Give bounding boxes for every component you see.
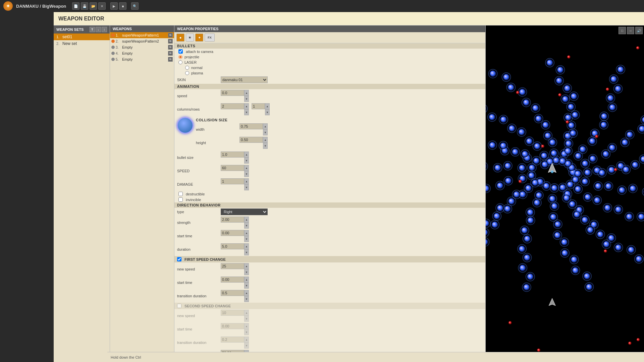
- wp-item-3[interactable]: 3. Empty ⧉: [110, 44, 174, 50]
- skin-select[interactable]: danmaku 01: [221, 76, 268, 83]
- collision-height-input[interactable]: [239, 137, 263, 143]
- fsc-newspeed-input[interactable]: [221, 263, 244, 269]
- tb-close[interactable]: ✕: [98, 2, 106, 10]
- dir-strength-input[interactable]: [221, 217, 244, 223]
- ssc-newspeed-up[interactable]: ▲: [244, 310, 249, 316]
- dir-starttime-input[interactable]: [221, 230, 244, 236]
- collision-width-input[interactable]: [239, 123, 263, 129]
- tab-fx-btn[interactable]: FX: [205, 34, 215, 42]
- anim-speed-down[interactable]: ▼: [244, 96, 249, 102]
- speed-up[interactable]: ▲: [244, 165, 249, 171]
- dir-starttime-up[interactable]: ▲: [244, 230, 249, 236]
- wp-icon-5[interactable]: ⧉: [168, 57, 173, 62]
- first-speed-checkbox[interactable]: [177, 257, 181, 261]
- destructible-checkbox[interactable]: [178, 192, 183, 196]
- plasma-radio[interactable]: [185, 71, 189, 75]
- dir-duration-up[interactable]: ▲: [244, 243, 249, 249]
- ssc-starttime-down[interactable]: ▼: [244, 329, 249, 335]
- anim-row-down[interactable]: ▼: [265, 109, 270, 115]
- tb-save[interactable]: 💾: [81, 2, 88, 10]
- wp-item-2[interactable]: 2. superWeaponPattern2 ⧉: [110, 38, 174, 44]
- ssc-starttime-input[interactable]: [221, 323, 244, 329]
- fsc-starttime-input[interactable]: [221, 277, 244, 283]
- dir-duration-input[interactable]: [221, 243, 244, 249]
- ssc-transdur-input[interactable]: [221, 337, 244, 343]
- dir-type-select[interactable]: Right Left Up Down: [221, 208, 268, 215]
- tab-sun-icon[interactable]: ☀: [186, 34, 194, 42]
- ws-item-2[interactable]: 2. New set: [54, 40, 110, 47]
- fsc-transdur-up[interactable]: ▲: [244, 290, 249, 296]
- anim-colrows-row: columns/rows ▲ ▼ ▲ ▼: [174, 103, 485, 116]
- attach-camera-checkbox[interactable]: [178, 49, 183, 54]
- projectile-radio[interactable]: [178, 55, 182, 59]
- ssc-newspeed-down[interactable]: ▼: [244, 316, 249, 322]
- second-speed-section-header: SECOND SPEED CHANGE: [174, 303, 485, 309]
- dir-duration-down[interactable]: ▼: [244, 249, 249, 255]
- tb-play[interactable]: ▶: [110, 2, 118, 10]
- wp-item-4[interactable]: 4. Empty ⧉: [110, 50, 174, 56]
- ssc-transdur-down[interactable]: ▼: [244, 343, 249, 349]
- second-speed-checkbox[interactable]: [177, 304, 181, 308]
- first-speed-section-header: FIRST SPEED CHANGE: [174, 256, 485, 262]
- wp-icon-1[interactable]: ⧉: [168, 33, 173, 38]
- collision-height-up[interactable]: ▲: [263, 137, 268, 143]
- fsc-starttime-down[interactable]: ▼: [244, 283, 249, 289]
- dir-strength-up[interactable]: ▲: [244, 217, 249, 223]
- properties-panel: WEAPON PROPERTIES ● ☀ ✦ FX BULLETS attac…: [174, 25, 486, 352]
- damage-up[interactable]: ▲: [244, 178, 249, 184]
- normal-radio[interactable]: [185, 66, 189, 70]
- tb-new[interactable]: 📄: [72, 2, 79, 10]
- prev-ctrl-2[interactable]: ↔: [627, 27, 634, 34]
- prev-ctrl-1[interactable]: □: [619, 27, 626, 34]
- invincible-label: invincible: [186, 198, 201, 202]
- fsc-newspeed-down[interactable]: ▼: [244, 269, 249, 275]
- ws-add-icon[interactable]: T: [90, 27, 95, 32]
- fsc-transdur-down[interactable]: ▼: [244, 296, 249, 302]
- damage-input[interactable]: [221, 178, 244, 184]
- anim-speed-input[interactable]: [221, 90, 244, 96]
- prev-ctrl-3[interactable]: 🔊: [635, 27, 643, 34]
- collision-height-down[interactable]: ▼: [263, 143, 268, 149]
- ssc-transdur-row: transition duration ▲ ▼: [174, 336, 485, 349]
- wp-item-5[interactable]: 5. Empty ⧉: [110, 56, 174, 62]
- fsc-newspeed-up[interactable]: ▲: [244, 263, 249, 269]
- wp-icon-4[interactable]: ⧉: [168, 51, 173, 56]
- collision-width-down[interactable]: ▼: [263, 129, 268, 135]
- ssc-starttime-up[interactable]: ▲: [244, 323, 249, 329]
- bullet-size-up[interactable]: ▲: [244, 152, 249, 158]
- speed-input[interactable]: [221, 165, 244, 171]
- speed-down[interactable]: ▼: [244, 171, 249, 177]
- damage-down[interactable]: ▼: [244, 184, 249, 190]
- toolbar-icons: 📄 💾 📂 ✕ ▶ ■ 🔍: [72, 2, 139, 10]
- fsc-transdur-input[interactable]: [221, 290, 244, 296]
- bullet-size-input[interactable]: [221, 152, 244, 158]
- wp-item-1[interactable]: 1. superWeaponPattern1 ⧉: [110, 32, 174, 38]
- anim-col-down[interactable]: ▼: [244, 109, 249, 115]
- ws-remove-icon[interactable]: ↓: [96, 27, 101, 32]
- tab-bullets-icon[interactable]: ●: [176, 34, 184, 42]
- bullet-size-down[interactable]: ▼: [244, 158, 249, 164]
- laser-radio[interactable]: [178, 60, 182, 64]
- tb-open[interactable]: 📂: [90, 2, 97, 10]
- anim-speed-up[interactable]: ▲: [244, 90, 249, 96]
- wp-icon-3[interactable]: ⧉: [168, 45, 173, 50]
- tab-light-icon[interactable]: ✦: [195, 34, 203, 42]
- invincible-checkbox[interactable]: [178, 197, 183, 202]
- ssc-transdur-up[interactable]: ▲: [244, 337, 249, 343]
- anim-row-input[interactable]: [252, 103, 265, 109]
- fsc-starttime-up[interactable]: ▲: [244, 277, 249, 283]
- dir-strength-down[interactable]: ▼: [244, 223, 249, 229]
- bullet-preview: [177, 117, 193, 133]
- anim-col-input[interactable]: [221, 103, 244, 109]
- ws-sort-icon[interactable]: ↕: [102, 27, 107, 32]
- animation-section-label: ANIMATION: [174, 84, 485, 89]
- wp-icon-2[interactable]: ⧉: [168, 39, 173, 44]
- ws-item-1[interactable]: 1. set01: [54, 34, 110, 40]
- tb-zoom[interactable]: 🔍: [131, 2, 139, 10]
- collision-width-up[interactable]: ▲: [263, 123, 268, 129]
- tb-stop[interactable]: ■: [119, 2, 126, 10]
- ssc-newspeed-input[interactable]: [221, 310, 244, 316]
- anim-col-up[interactable]: ▲: [244, 103, 249, 109]
- dir-starttime-down[interactable]: ▼: [244, 236, 249, 242]
- anim-row-up[interactable]: ▲: [265, 103, 270, 109]
